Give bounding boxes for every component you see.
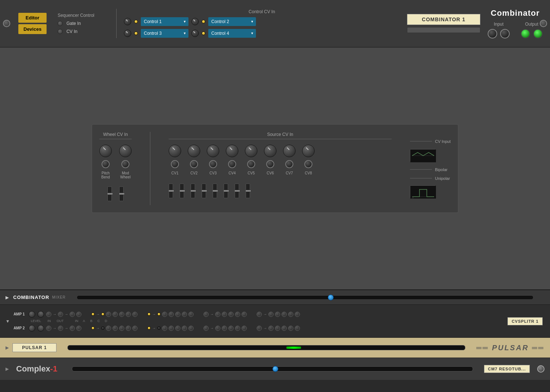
devices-button[interactable]: Devices	[18, 24, 47, 34]
amp1-g4-jack0[interactable]	[257, 312, 262, 317]
cv6-slider[interactable]	[224, 184, 228, 198]
gate-in-led[interactable]	[58, 21, 63, 26]
amp2-g4-jack3[interactable]	[282, 326, 287, 331]
pulsar-name-input[interactable]	[12, 343, 56, 352]
amp2-g3-jack0[interactable]	[203, 326, 209, 331]
amp1-g3-jack1[interactable]	[215, 312, 220, 317]
input-jack-1[interactable]	[488, 29, 497, 38]
amp2-knob2[interactable]	[36, 323, 45, 333]
amp1-g2-jack2[interactable]	[169, 312, 174, 317]
amp1-g4-jack3[interactable]	[282, 312, 287, 317]
amp1-g3-jack5[interactable]	[242, 312, 247, 317]
amp1-g4-jack2[interactable]	[275, 312, 280, 317]
amp1-g2-jack5[interactable]	[188, 312, 194, 317]
cv5-slider[interactable]	[213, 184, 217, 198]
amp2-g1-jack4[interactable]	[126, 326, 131, 331]
amp1-g4-jack4[interactable]	[288, 312, 293, 317]
cv3-jack[interactable]	[209, 160, 217, 168]
complex-arrow[interactable]: ▶	[6, 366, 9, 371]
amp2-g2-jack2[interactable]	[169, 326, 174, 331]
amp1-jack3[interactable]	[70, 312, 75, 317]
amp2-knob[interactable]	[29, 325, 35, 332]
cv-in-led[interactable]	[58, 29, 63, 34]
amp1-g4-jack5[interactable]	[295, 312, 300, 317]
combinator-name-input[interactable]	[407, 14, 480, 25]
cv1-slider[interactable]	[169, 184, 173, 198]
output-jack-1[interactable]	[521, 29, 530, 38]
amp1-jack4[interactable]	[76, 312, 81, 317]
pitch-bend-jack[interactable]	[102, 160, 110, 168]
amp1-g2-jack1[interactable]	[162, 312, 167, 317]
cv3-knob[interactable]	[207, 145, 219, 157]
cv5-jack[interactable]	[247, 160, 255, 168]
cv2-slider[interactable]	[180, 184, 184, 198]
cv1-jack[interactable]	[171, 160, 179, 168]
amp1-in-jack[interactable]	[46, 312, 51, 317]
amp1-knob[interactable]	[29, 311, 35, 318]
amp2-g1-jack1[interactable]	[106, 326, 111, 331]
input-jack-2[interactable]	[500, 29, 510, 38]
pulsar-arrow[interactable]: ▶	[6, 345, 9, 350]
cv7-slider[interactable]	[235, 184, 239, 198]
amp2-g2-jack1[interactable]	[162, 326, 167, 331]
cv7-jack[interactable]	[285, 160, 293, 168]
cv-knob-3[interactable]	[124, 30, 131, 37]
amp2-g4-jack0[interactable]	[257, 326, 262, 331]
combinator-progress-bar[interactable]	[77, 295, 534, 300]
combinator-strip-arrow[interactable]: ▶	[6, 295, 9, 300]
amp1-g1-jack1[interactable]	[106, 312, 111, 317]
mixer-expand-arrow[interactable]: ▼	[6, 319, 10, 324]
amp2-g4-jack1[interactable]	[268, 326, 274, 331]
control2-select[interactable]: Control 2	[208, 17, 256, 26]
amp1-g1-jack2[interactable]	[113, 312, 118, 317]
amp1-g3-jack2[interactable]	[222, 312, 227, 317]
amp2-g1-jack3[interactable]	[119, 326, 124, 331]
complex-progress-bar[interactable]	[72, 366, 473, 371]
cv2-jack[interactable]	[190, 160, 198, 168]
cv4-slider[interactable]	[202, 184, 206, 198]
pitch-bend-knob[interactable]	[99, 145, 112, 157]
mod-wheel-knob[interactable]	[119, 145, 132, 157]
cv8-knob[interactable]	[302, 145, 315, 157]
amp1-g2-jack3[interactable]	[175, 312, 180, 317]
amp2-g4-jack4[interactable]	[288, 326, 293, 331]
amp2-jack3[interactable]	[70, 326, 75, 331]
amp1-knob2[interactable]	[36, 310, 45, 319]
control3-select[interactable]: Control 3	[141, 29, 188, 38]
amp2-g3-jack3[interactable]	[228, 326, 234, 331]
amp2-jack2[interactable]	[58, 326, 63, 331]
cv1-knob[interactable]	[169, 145, 181, 157]
amp2-g4-jack2[interactable]	[275, 326, 280, 331]
amp1-g4-jack1[interactable]	[268, 312, 274, 317]
amp2-g2-jack4[interactable]	[182, 326, 187, 331]
control1-select[interactable]: Control 1	[141, 17, 188, 26]
pitch-bend-slider[interactable]	[107, 186, 112, 201]
cv5-knob[interactable]	[245, 145, 257, 157]
amp2-in-jack[interactable]	[46, 326, 51, 331]
amp1-g1-jack3[interactable]	[119, 312, 124, 317]
cv6-knob[interactable]	[264, 145, 276, 157]
cv8-jack[interactable]	[304, 160, 312, 168]
amp1-g2-jack4[interactable]	[182, 312, 187, 317]
cv-knob-2[interactable]	[191, 18, 199, 25]
amp2-g3-jack1[interactable]	[215, 326, 220, 331]
cv-knob-4[interactable]	[191, 30, 199, 37]
cv7-knob[interactable]	[283, 145, 296, 157]
cv8-slider[interactable]	[246, 184, 250, 198]
amp1-g1-jack5[interactable]	[132, 312, 138, 317]
amp1-g3-jack0[interactable]	[203, 312, 209, 317]
amp2-g3-jack2[interactable]	[222, 326, 227, 331]
amp2-g3-jack5[interactable]	[242, 326, 247, 331]
cv6-jack[interactable]	[266, 160, 274, 168]
control4-select[interactable]: Control 4	[208, 29, 256, 38]
amp2-g1-jack5[interactable]	[132, 326, 138, 331]
mod-wheel-slider[interactable]	[119, 186, 124, 201]
amp1-g3-jack3[interactable]	[228, 312, 234, 317]
cv2-knob[interactable]	[188, 145, 200, 157]
cv-knob-1[interactable]	[124, 18, 131, 25]
amp2-jack4[interactable]	[76, 326, 81, 331]
editor-button[interactable]: Editor	[18, 13, 47, 23]
pulsar-progress-bar[interactable]	[67, 345, 465, 350]
amp1-jack2[interactable]	[58, 312, 63, 317]
output-jack-2[interactable]	[533, 29, 543, 38]
